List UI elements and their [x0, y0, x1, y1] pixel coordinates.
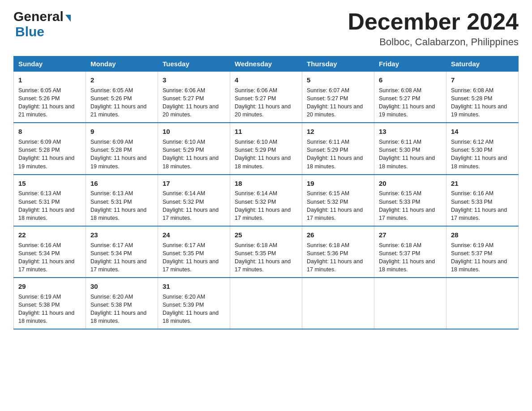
day-number: 15	[18, 179, 81, 188]
calendar-day-cell: 24Sunrise: 6:17 AMSunset: 5:35 PMDayligh…	[158, 226, 230, 278]
day-number: 8	[18, 127, 81, 137]
day-of-week-header: Wednesday	[230, 56, 302, 72]
day-sun-info: Sunrise: 6:18 AMSunset: 5:37 PMDaylight:…	[379, 241, 442, 274]
calendar-day-cell: 13Sunrise: 6:11 AMSunset: 5:30 PMDayligh…	[374, 123, 446, 174]
day-sun-info: Sunrise: 6:09 AMSunset: 5:28 PMDaylight:…	[90, 138, 153, 171]
calendar-day-cell: 15Sunrise: 6:13 AMSunset: 5:31 PMDayligh…	[14, 175, 86, 226]
day-sun-info: Sunrise: 6:15 AMSunset: 5:32 PMDaylight:…	[307, 189, 369, 222]
day-of-week-header: Saturday	[446, 56, 519, 72]
day-number: 21	[451, 179, 514, 188]
calendar-day-cell: 20Sunrise: 6:15 AMSunset: 5:33 PMDayligh…	[374, 175, 446, 226]
day-number: 26	[307, 230, 369, 240]
day-of-week-header: Monday	[86, 56, 158, 72]
day-number: 30	[90, 282, 153, 291]
day-number: 20	[379, 179, 442, 188]
calendar-day-cell: 5Sunrise: 6:07 AMSunset: 5:27 PMDaylight…	[302, 72, 374, 123]
day-sun-info: Sunrise: 6:11 AMSunset: 5:29 PMDaylight:…	[307, 138, 369, 171]
calendar-day-cell: 9Sunrise: 6:09 AMSunset: 5:28 PMDaylight…	[86, 123, 158, 174]
day-number: 12	[307, 127, 369, 137]
calendar-day-cell: 12Sunrise: 6:11 AMSunset: 5:29 PMDayligh…	[302, 123, 374, 174]
calendar-day-cell: 16Sunrise: 6:13 AMSunset: 5:31 PMDayligh…	[86, 175, 158, 226]
day-sun-info: Sunrise: 6:09 AMSunset: 5:28 PMDaylight:…	[18, 138, 81, 171]
day-number: 29	[18, 282, 81, 291]
calendar-day-cell	[302, 278, 374, 329]
calendar-day-cell: 22Sunrise: 6:16 AMSunset: 5:34 PMDayligh…	[14, 226, 86, 278]
calendar-day-cell: 14Sunrise: 6:12 AMSunset: 5:30 PMDayligh…	[446, 123, 519, 174]
calendar-week-row: 22Sunrise: 6:16 AMSunset: 5:34 PMDayligh…	[14, 226, 519, 278]
calendar-day-cell: 7Sunrise: 6:08 AMSunset: 5:28 PMDaylight…	[446, 72, 519, 123]
day-number: 3	[163, 75, 225, 85]
day-sun-info: Sunrise: 6:12 AMSunset: 5:30 PMDaylight:…	[451, 138, 514, 171]
day-number: 25	[235, 230, 297, 240]
calendar-day-cell	[230, 278, 302, 329]
location-subtitle: Bolboc, Calabarzon, Philippines	[348, 36, 519, 48]
day-sun-info: Sunrise: 6:08 AMSunset: 5:28 PMDaylight:…	[451, 86, 514, 119]
day-number: 10	[163, 127, 225, 137]
day-number: 13	[379, 127, 442, 137]
day-sun-info: Sunrise: 6:18 AMSunset: 5:35 PMDaylight:…	[235, 241, 297, 274]
day-of-week-header: Thursday	[302, 56, 374, 72]
day-number: 17	[163, 179, 225, 188]
calendar-table: SundayMondayTuesdayWednesdayThursdayFrid…	[13, 56, 519, 330]
day-sun-info: Sunrise: 6:13 AMSunset: 5:31 PMDaylight:…	[90, 189, 153, 222]
day-number: 6	[379, 75, 442, 85]
calendar-day-cell: 3Sunrise: 6:06 AMSunset: 5:27 PMDaylight…	[158, 72, 230, 123]
calendar-day-cell: 18Sunrise: 6:14 AMSunset: 5:32 PMDayligh…	[230, 175, 302, 226]
logo: General Blue	[13, 9, 71, 39]
logo-triangle-icon	[65, 15, 71, 22]
calendar-day-cell: 25Sunrise: 6:18 AMSunset: 5:35 PMDayligh…	[230, 226, 302, 278]
calendar-day-cell: 27Sunrise: 6:18 AMSunset: 5:37 PMDayligh…	[374, 226, 446, 278]
calendar-day-cell: 23Sunrise: 6:17 AMSunset: 5:34 PMDayligh…	[86, 226, 158, 278]
calendar-day-cell: 28Sunrise: 6:19 AMSunset: 5:37 PMDayligh…	[446, 226, 519, 278]
day-sun-info: Sunrise: 6:14 AMSunset: 5:32 PMDaylight:…	[163, 189, 225, 222]
title-block: December 2024 Bolboc, Calabarzon, Philip…	[348, 9, 519, 48]
day-of-week-header: Tuesday	[158, 56, 230, 72]
day-number: 27	[379, 230, 442, 240]
day-sun-info: Sunrise: 6:16 AMSunset: 5:34 PMDaylight:…	[18, 241, 81, 274]
day-number: 18	[235, 179, 297, 188]
day-number: 31	[163, 282, 225, 291]
day-number: 28	[451, 230, 514, 240]
calendar-week-row: 15Sunrise: 6:13 AMSunset: 5:31 PMDayligh…	[14, 175, 519, 226]
day-number: 14	[451, 127, 514, 137]
calendar-day-cell	[374, 278, 446, 329]
day-number: 11	[235, 127, 297, 137]
calendar-week-row: 29Sunrise: 6:19 AMSunset: 5:38 PMDayligh…	[14, 278, 519, 329]
day-number: 5	[307, 75, 369, 85]
calendar-day-cell: 31Sunrise: 6:20 AMSunset: 5:39 PMDayligh…	[158, 278, 230, 329]
page-header: General Blue December 2024 Bolboc, Calab…	[13, 9, 519, 48]
day-number: 23	[90, 230, 153, 240]
calendar-day-cell: 19Sunrise: 6:15 AMSunset: 5:32 PMDayligh…	[302, 175, 374, 226]
calendar-day-cell: 26Sunrise: 6:18 AMSunset: 5:36 PMDayligh…	[302, 226, 374, 278]
day-number: 19	[307, 179, 369, 188]
day-sun-info: Sunrise: 6:19 AMSunset: 5:37 PMDaylight:…	[451, 241, 514, 274]
day-sun-info: Sunrise: 6:11 AMSunset: 5:30 PMDaylight:…	[379, 138, 442, 171]
calendar-day-cell: 6Sunrise: 6:08 AMSunset: 5:27 PMDaylight…	[374, 72, 446, 123]
calendar-day-cell: 17Sunrise: 6:14 AMSunset: 5:32 PMDayligh…	[158, 175, 230, 226]
day-sun-info: Sunrise: 6:10 AMSunset: 5:29 PMDaylight:…	[235, 138, 297, 171]
calendar-day-cell: 30Sunrise: 6:20 AMSunset: 5:38 PMDayligh…	[86, 278, 158, 329]
day-sun-info: Sunrise: 6:18 AMSunset: 5:36 PMDaylight:…	[307, 241, 369, 274]
day-sun-info: Sunrise: 6:07 AMSunset: 5:27 PMDaylight:…	[307, 86, 369, 119]
day-sun-info: Sunrise: 6:06 AMSunset: 5:27 PMDaylight:…	[163, 86, 225, 119]
calendar-day-cell: 11Sunrise: 6:10 AMSunset: 5:29 PMDayligh…	[230, 123, 302, 174]
logo-blue-text: Blue	[13, 24, 44, 39]
day-sun-info: Sunrise: 6:15 AMSunset: 5:33 PMDaylight:…	[379, 189, 442, 222]
day-sun-info: Sunrise: 6:20 AMSunset: 5:38 PMDaylight:…	[90, 293, 153, 325]
logo-general-text: General	[13, 9, 64, 24]
calendar-day-cell: 10Sunrise: 6:10 AMSunset: 5:29 PMDayligh…	[158, 123, 230, 174]
day-sun-info: Sunrise: 6:19 AMSunset: 5:38 PMDaylight:…	[18, 293, 81, 325]
day-number: 24	[163, 230, 225, 240]
month-title: December 2024	[348, 9, 519, 34]
day-sun-info: Sunrise: 6:14 AMSunset: 5:32 PMDaylight:…	[235, 189, 297, 222]
day-number: 1	[18, 75, 81, 85]
day-sun-info: Sunrise: 6:08 AMSunset: 5:27 PMDaylight:…	[379, 86, 442, 119]
day-of-week-header: Friday	[374, 56, 446, 72]
day-sun-info: Sunrise: 6:20 AMSunset: 5:39 PMDaylight:…	[163, 293, 225, 325]
calendar-week-row: 8Sunrise: 6:09 AMSunset: 5:28 PMDaylight…	[14, 123, 519, 174]
day-sun-info: Sunrise: 6:17 AMSunset: 5:35 PMDaylight:…	[163, 241, 225, 274]
day-sun-info: Sunrise: 6:06 AMSunset: 5:27 PMDaylight:…	[235, 86, 297, 119]
calendar-day-cell: 1Sunrise: 6:05 AMSunset: 5:26 PMDaylight…	[14, 72, 86, 123]
day-number: 16	[90, 179, 153, 188]
calendar-day-cell	[446, 278, 519, 329]
